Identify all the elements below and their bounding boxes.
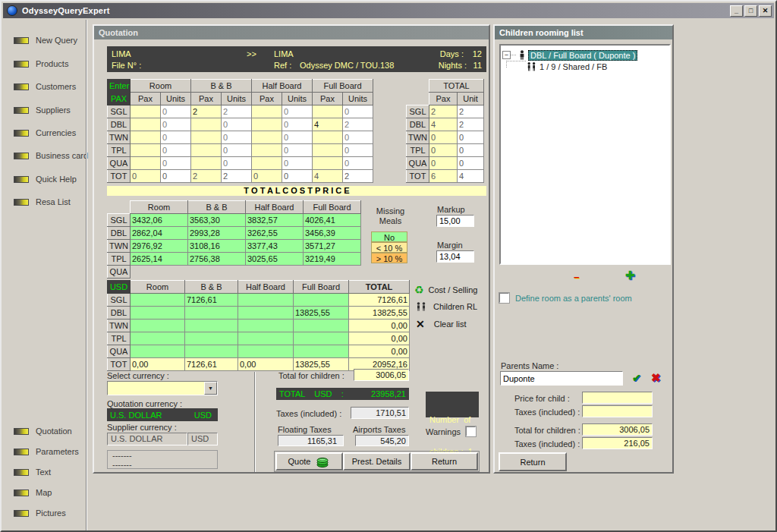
sidebar-item-quotation[interactable]: Quotation [14, 426, 72, 436]
row-label: TOT [108, 358, 131, 371]
pax-total-cell: 0 [131, 170, 161, 183]
row-label: TPL [108, 253, 131, 266]
currency-note-line1: ------- [112, 451, 212, 460]
cost-value: 2976,92 [131, 240, 188, 253]
pax-input-cell[interactable] [131, 144, 161, 157]
sell-value [131, 294, 185, 307]
nav-gradient-icon [14, 61, 29, 68]
sidebar-item-currencies[interactable]: Currencies [14, 127, 76, 138]
return-button[interactable]: Return [411, 452, 478, 471]
sell-col-room: Room [131, 281, 185, 294]
pax-input-cell[interactable] [131, 118, 161, 131]
children-rl-button[interactable]: Children RL [416, 302, 477, 311]
row-label: TWN [108, 320, 131, 332]
currency-select[interactable]: ▼ [107, 381, 218, 395]
total-children-value: 3006,05 [354, 369, 409, 381]
sidebar-item-products[interactable]: Products [14, 58, 68, 69]
price-for-child-field[interactable] [582, 392, 653, 404]
child-taxes-field[interactable] [582, 405, 653, 417]
pax-input-cell[interactable] [313, 131, 343, 144]
minimize-button[interactable]: _ [730, 5, 743, 17]
bottom-buttons-bar: Quote Prest. Details Return [274, 451, 480, 472]
total-unit-value: 2 [458, 118, 484, 131]
total-unit-value: 0 [458, 131, 484, 144]
cost-col-bb: B & B [188, 201, 246, 214]
margin-field[interactable] [436, 250, 474, 263]
rooming-return-button[interactable]: Return [499, 452, 567, 471]
cost-value: 3832,57 [246, 214, 304, 227]
cost-selling-button[interactable]: ♻ Cost / Selling [414, 285, 477, 295]
quote-button[interactable]: Quote [275, 452, 343, 471]
cost-row-twn: TWN 2976,923108,163377,433571,27 [108, 240, 361, 253]
clear-list-button[interactable]: ✕ Clear list [416, 319, 467, 329]
pax-input-cell[interactable] [252, 157, 282, 170]
pax-input-cell[interactable] [131, 131, 161, 144]
app-icon [7, 5, 17, 16]
tree-collapse-toggle[interactable]: − [502, 51, 511, 59]
rooming-tree: − DBL / Full Board ( Duponte ) 1 / 9 / S… [499, 44, 671, 265]
sell-row-qua: QUA 0,00 [108, 345, 410, 358]
units-cell: 0 [161, 157, 191, 170]
pax-input-cell[interactable] [131, 105, 161, 118]
cost-row-qua: QUA [108, 266, 361, 279]
sidebar-item-quick-help[interactable]: Quick Help [14, 174, 77, 184]
sidebar-item-map[interactable]: Map [14, 487, 52, 498]
pax-input-cell[interactable] [252, 144, 282, 157]
cost-col-full-board: Full Board [304, 201, 361, 214]
col-group-half-board: Half Board [252, 80, 313, 93]
sell-col-total-value: 7126,61 [185, 358, 238, 371]
pax-input-cell[interactable] [191, 118, 222, 131]
pax-input-cell[interactable] [131, 157, 161, 170]
sell-value [294, 294, 349, 307]
parents-name-field[interactable] [500, 371, 623, 386]
sidebar-item-resa-list[interactable]: Resa List [14, 197, 71, 207]
nav-gradient-icon [14, 176, 29, 183]
pax-input-cell[interactable] [252, 105, 282, 118]
prest-details-button[interactable]: Prest. Details [343, 452, 411, 471]
rooming-taxes-label: Taxes (included) : [514, 439, 580, 449]
subcol-units: Units [282, 93, 313, 105]
confirm-parents-name-button[interactable]: ✔ [632, 372, 641, 384]
markup-field[interactable] [436, 215, 474, 227]
pax-input-cell[interactable]: 4 [313, 118, 343, 131]
sidebar-item-customers[interactable]: Customers [14, 81, 76, 92]
sidebar-item-business-card[interactable]: Business card [14, 150, 88, 161]
row-label: TPL [108, 332, 131, 345]
pax-input-cell[interactable] [313, 105, 343, 118]
sell-value [185, 345, 238, 358]
currency-note-box: ------- ------- [107, 450, 218, 469]
cost-col-room: Room [131, 201, 188, 214]
sidebar-item-new-query[interactable]: New Query [14, 35, 77, 46]
application-window: OdysseyQueryExpert _ □ ✕ New Query Produ… [0, 0, 777, 532]
tree-room-item[interactable]: DBL / Full Board ( Duponte ) [528, 50, 637, 61]
sidebar-item-text[interactable]: Text [14, 467, 51, 477]
maximize-button[interactable]: □ [744, 5, 757, 17]
markup-label: Markup [437, 205, 465, 214]
pax-input-cell[interactable] [191, 144, 222, 157]
dropdown-arrow-icon[interactable]: ▼ [204, 382, 217, 395]
sidebar-item-parameters[interactable]: Parameters [14, 446, 79, 457]
pax-input-cell[interactable]: 2 [191, 105, 222, 118]
sell-col-bb: B & B [185, 281, 238, 294]
remove-child-button[interactable]: − [574, 272, 580, 283]
tree-child-item[interactable]: 1 / 9 / Shared / FB [539, 62, 607, 71]
days-value: 12 [464, 49, 482, 58]
add-child-button[interactable]: ✚ [625, 269, 635, 282]
warnings-checkbox[interactable] [466, 427, 476, 436]
pax-input-cell[interactable] [252, 131, 282, 144]
cancel-parents-name-button[interactable]: ✖ [651, 371, 661, 385]
pax-input-cell[interactable] [191, 131, 222, 144]
row-label: SGL [407, 105, 429, 118]
pax-input-cell[interactable] [313, 157, 343, 170]
cost-value: 3571,27 [304, 240, 361, 253]
pax-input-cell[interactable] [252, 118, 282, 131]
subcol-pax: Pax [131, 93, 161, 105]
total-children-label: Total for children : [278, 371, 344, 380]
pax-input-cell[interactable] [313, 144, 343, 157]
sidebar-item-pictures[interactable]: Pictures [14, 508, 66, 518]
close-button[interactable]: ✕ [759, 5, 772, 17]
pax-input-cell[interactable] [191, 157, 222, 170]
units-cell: 0 [282, 144, 313, 157]
sidebar-item-suppliers[interactable]: Suppliers [14, 105, 71, 115]
define-parents-room-checkbox[interactable] [499, 293, 509, 303]
